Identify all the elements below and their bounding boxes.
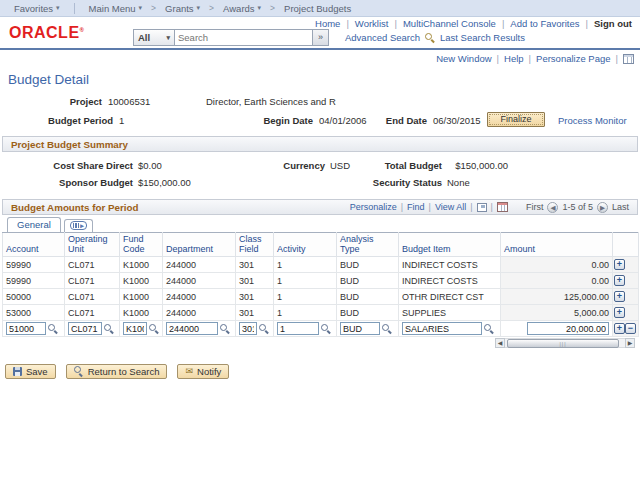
analysis-type-field[interactable] — [340, 322, 380, 335]
cell-analysis-type: BUD — [337, 289, 399, 305]
cell-budget-item: SUPPLIES — [399, 305, 501, 321]
grid-edit-row: +− — [3, 321, 639, 337]
tab-show-all-columns[interactable]: ▸ — [64, 219, 93, 232]
last-label: Last — [612, 202, 629, 212]
previous-page-icon[interactable]: ◀ — [547, 202, 558, 213]
worklist-link[interactable]: Worklist — [355, 18, 389, 29]
col-row-actions — [613, 233, 639, 257]
search-scope-select[interactable]: All ▾ — [133, 29, 175, 46]
breadcrumb-favorites[interactable]: Favorites ▾ — [8, 3, 66, 14]
cell-amount: 125,000.00 — [501, 289, 613, 305]
sponsor-budget-value: $150,000.00 — [138, 177, 191, 188]
breadcrumb-label: Favorites — [14, 3, 53, 14]
breadcrumb-grants[interactable]: Grants ▾ — [159, 3, 206, 14]
view-all-link[interactable]: View All — [435, 202, 466, 212]
zoom-grid-icon[interactable] — [477, 203, 487, 212]
new-window-link[interactable]: New Window — [436, 53, 491, 64]
scrollbar-thumb[interactable]: ||| — [507, 339, 619, 348]
cell-department: 244000 — [163, 273, 236, 289]
breadcrumb-separator: > — [209, 3, 214, 13]
add-row-button[interactable]: + — [614, 275, 625, 286]
chevron-down-icon: ▾ — [197, 4, 201, 12]
summary-row-2: Sponsor Budget $150,000.00 Security Stat… — [0, 177, 640, 190]
cell-budget-item: OTHR DIRECT CST — [399, 289, 501, 305]
operating-unit-lookup-icon[interactable] — [104, 324, 114, 334]
cell-fund-code: K1000 — [120, 273, 163, 289]
scrollbar-track[interactable]: ||| — [505, 338, 625, 348]
sign-out-link[interactable]: Sign out — [594, 18, 632, 29]
budget-item-field[interactable] — [402, 322, 482, 335]
cell-account: 53000 — [3, 305, 65, 321]
find-link[interactable]: Find — [407, 202, 425, 212]
begin-date-label: Begin Date — [253, 115, 313, 126]
search-go-button[interactable]: » — [313, 29, 329, 46]
download-to-excel-icon[interactable] — [497, 202, 508, 212]
cell-operating-unit: CL071 — [65, 305, 120, 321]
budget-period-value: 1 — [119, 115, 124, 126]
next-page-icon[interactable]: ▶ — [597, 202, 608, 213]
operating-unit-field[interactable] — [68, 322, 102, 335]
app-header: ORACLE® Home | Worklist | MultiChannel C… — [0, 17, 640, 50]
last-search-results-icon — [425, 33, 435, 43]
fund-code-lookup-icon[interactable] — [149, 324, 159, 334]
personalize-page-link[interactable]: Personalize Page — [536, 53, 610, 64]
search-input[interactable] — [175, 29, 313, 46]
department-field[interactable] — [166, 322, 218, 335]
activity-field[interactable] — [277, 322, 319, 335]
return-to-search-icon — [74, 366, 84, 376]
save-button[interactable]: Save — [5, 364, 56, 379]
class-field-field[interactable] — [239, 322, 257, 335]
multichannel-console-link[interactable]: MultiChannel Console — [403, 18, 496, 29]
horizontal-scrollbar: ◀ ||| ▶ — [495, 338, 635, 348]
sponsor-budget-label: Sponsor Budget — [33, 177, 133, 188]
breadcrumb-label: Main Menu — [89, 3, 136, 14]
add-row-button[interactable]: + — [614, 259, 625, 270]
delete-row-button[interactable]: − — [625, 323, 636, 334]
cell-operating-unit: CL071 — [65, 289, 120, 305]
oracle-logo: ORACLE® — [9, 24, 84, 42]
currency-value: USD — [330, 160, 350, 171]
breadcrumb: Favorites ▾ Main Menu ▾ > Grants ▾ > Awa… — [0, 0, 640, 17]
scroll-right-icon[interactable]: ▶ — [625, 338, 635, 348]
add-row-button[interactable]: + — [614, 307, 625, 318]
notify-button[interactable]: ✉ Notify — [177, 364, 229, 379]
page-title: Budget Detail — [8, 72, 640, 87]
activity-lookup-icon[interactable] — [321, 324, 331, 334]
finalize-button[interactable]: Finalize — [487, 112, 545, 127]
home-link[interactable]: Home — [315, 18, 340, 29]
divider: | — [491, 202, 493, 212]
advanced-search-link[interactable]: Advanced Search — [345, 32, 420, 43]
last-search-results-link[interactable]: Last Search Results — [440, 32, 525, 43]
amount-field[interactable] — [527, 322, 609, 335]
account-lookup-icon[interactable] — [48, 324, 58, 334]
class-field-lookup-icon[interactable] — [259, 324, 269, 334]
divider: | — [346, 18, 348, 29]
breadcrumb-awards[interactable]: Awards ▾ — [217, 3, 267, 14]
notify-label: Notify — [197, 366, 221, 377]
department-lookup-icon[interactable] — [220, 324, 230, 334]
personalize-link[interactable]: Personalize — [350, 202, 397, 212]
return-to-search-button[interactable]: Return to Search — [66, 364, 168, 379]
account-field[interactable] — [6, 322, 46, 335]
fund-code-field[interactable] — [123, 322, 147, 335]
analysis-type-lookup-icon[interactable] — [382, 324, 392, 334]
cell-account: 50000 — [3, 289, 65, 305]
cell-account: 59990 — [3, 273, 65, 289]
col-budget-item: Budget Item — [399, 233, 501, 257]
breadcrumb-main-menu[interactable]: Main Menu ▾ — [83, 3, 149, 14]
add-row-button[interactable]: + — [614, 291, 625, 302]
page-links-bar: New Window | Help | Personalize Page | — [0, 50, 640, 65]
budget-item-lookup-icon[interactable] — [484, 324, 494, 334]
http-grid-icon[interactable] — [623, 54, 634, 64]
divider: | — [529, 53, 531, 64]
tab-general[interactable]: General — [7, 217, 61, 232]
breadcrumb-label: Grants — [165, 3, 194, 14]
process-monitor-link[interactable]: Process Monitor — [558, 115, 627, 126]
add-to-favorites-link[interactable]: Add to Favorites — [510, 18, 579, 29]
breadcrumb-project-budgets[interactable]: Project Budgets — [278, 3, 357, 14]
help-link[interactable]: Help — [504, 53, 524, 64]
scroll-left-icon[interactable]: ◀ — [495, 338, 505, 348]
search-scope-value: All — [138, 32, 150, 43]
add-row-button[interactable]: + — [614, 323, 625, 334]
grid-toolbar: Personalize | Find | View All | | First … — [350, 202, 629, 213]
